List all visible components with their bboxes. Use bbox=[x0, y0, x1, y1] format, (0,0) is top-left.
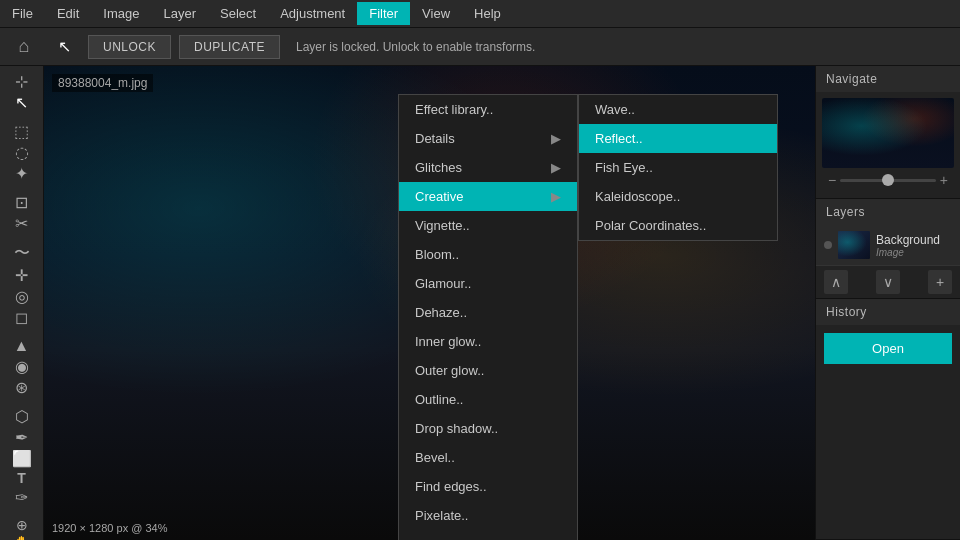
menu-layer[interactable]: Layer bbox=[152, 2, 209, 25]
menu-help[interactable]: Help bbox=[462, 2, 513, 25]
lasso-tool[interactable]: ◌ bbox=[6, 143, 38, 162]
layer-type: Image bbox=[876, 247, 952, 258]
layer-add-button[interactable]: + bbox=[928, 270, 952, 294]
layer-thumbnail bbox=[838, 231, 870, 259]
filter-details[interactable]: Details▶ bbox=[399, 124, 577, 153]
filter-vignette[interactable]: Vignette.. bbox=[399, 211, 577, 240]
marquee-tool[interactable]: ⬚ bbox=[6, 122, 38, 141]
filter-drop-shadow[interactable]: Drop shadow.. bbox=[399, 414, 577, 443]
menu-view[interactable]: View bbox=[410, 2, 462, 25]
filter-find-edges[interactable]: Find edges.. bbox=[399, 472, 577, 501]
filter-inner-glow[interactable]: Inner glow.. bbox=[399, 327, 577, 356]
filter-bevel[interactable]: Bevel.. bbox=[399, 443, 577, 472]
healing-tool[interactable]: ✛ bbox=[6, 266, 38, 285]
filter-effect-library[interactable]: Effect library.. bbox=[399, 95, 577, 124]
filter-pixelate[interactable]: Pixelate.. bbox=[399, 501, 577, 530]
layer-move-down-button[interactable]: ∨ bbox=[876, 270, 900, 294]
layer-name: Background bbox=[876, 233, 952, 247]
zoom-minus-icon[interactable]: − bbox=[828, 172, 836, 188]
layers-section: Layers Background Image ∧ ∨ + bbox=[816, 199, 960, 299]
canvas-filename: 89388004_m.jpg bbox=[52, 74, 153, 92]
zoom-thumb bbox=[882, 174, 894, 186]
menu-adjustment[interactable]: Adjustment bbox=[268, 2, 357, 25]
toolbar-info: Layer is locked. Unlock to enable transf… bbox=[296, 40, 535, 54]
text-tool[interactable]: T bbox=[6, 470, 38, 486]
wand-tool[interactable]: ✦ bbox=[6, 164, 38, 183]
navigate-section: Navigate − + bbox=[816, 66, 960, 199]
shape-tool[interactable]: ⬜ bbox=[6, 449, 38, 468]
right-panel: Navigate − + Layers bbox=[815, 66, 960, 540]
menu-file[interactable]: File bbox=[0, 2, 45, 25]
menu-image[interactable]: Image bbox=[91, 2, 151, 25]
toolbar: ⌂ ↖ UNLOCK DUPLICATE Layer is locked. Un… bbox=[0, 28, 960, 66]
move-tool[interactable]: ↖ bbox=[6, 93, 38, 112]
history-title: History bbox=[816, 299, 960, 325]
creative-polar-coordinates[interactable]: Polar Coordinates.. bbox=[579, 211, 777, 240]
pen-tool[interactable]: ✒ bbox=[6, 428, 38, 447]
canvas-info: 1920 × 1280 px @ 34% bbox=[52, 522, 167, 534]
filter-mosaic[interactable]: Mosaic.. bbox=[399, 530, 577, 540]
menu-edit[interactable]: Edit bbox=[45, 2, 91, 25]
filter-outer-glow[interactable]: Outer glow.. bbox=[399, 356, 577, 385]
filter-glamour[interactable]: Glamour.. bbox=[399, 269, 577, 298]
filter-menu: Effect library.. Details▶ Glitches▶ Crea… bbox=[398, 94, 578, 540]
crop-tool[interactable]: ⊡ bbox=[6, 193, 38, 212]
nav-thumbnail[interactable] bbox=[822, 98, 954, 168]
layer-info: Background Image bbox=[876, 233, 952, 258]
navigate-title: Navigate bbox=[816, 66, 960, 92]
layer-controls: ∧ ∨ + bbox=[816, 266, 960, 298]
paint-bucket-tool[interactable]: ▲ bbox=[6, 337, 38, 355]
creative-fish-eye[interactable]: Fish Eye.. bbox=[579, 153, 777, 182]
creative-kaleidoscope[interactable]: Kaleidoscope.. bbox=[579, 182, 777, 211]
history-open-button[interactable]: Open bbox=[824, 333, 952, 364]
eyedropper-tool[interactable]: ✑ bbox=[6, 488, 38, 507]
filter-bloom[interactable]: Bloom.. bbox=[399, 240, 577, 269]
cursor-icon[interactable]: ↖ bbox=[48, 31, 80, 63]
dodge-tool[interactable]: ⬡ bbox=[6, 407, 38, 426]
gradient-tool[interactable]: ◉ bbox=[6, 357, 38, 376]
filter-dehaze[interactable]: Dehaze.. bbox=[399, 298, 577, 327]
creative-wave[interactable]: Wave.. bbox=[579, 95, 777, 124]
menu-filter[interactable]: Filter bbox=[357, 2, 410, 25]
duplicate-button[interactable]: DUPLICATE bbox=[179, 35, 280, 59]
home-icon[interactable]: ⌂ bbox=[8, 31, 40, 63]
tools-panel: ⊹ ↖ ⬚ ◌ ✦ ⊡ ✂ 〜 ✛ ◎ ◻ ▲ ◉ ⊛ ⬡ ✒ ⬜ T ✑ ⊕ … bbox=[0, 66, 44, 540]
filter-creative[interactable]: Creative▶ bbox=[399, 182, 577, 211]
eraser-tool[interactable]: ◻ bbox=[6, 308, 38, 327]
zoom-tool[interactable]: ⊕ bbox=[6, 517, 38, 533]
zoom-slider[interactable] bbox=[840, 179, 936, 182]
menu-select[interactable]: Select bbox=[208, 2, 268, 25]
layer-item[interactable]: Background Image bbox=[816, 225, 960, 266]
layer-visibility-dot[interactable] bbox=[824, 241, 832, 249]
slice-tool[interactable]: ✂ bbox=[6, 214, 38, 233]
filter-outline[interactable]: Outline.. bbox=[399, 385, 577, 414]
zoom-plus-icon[interactable]: + bbox=[940, 172, 948, 188]
hand-tool[interactable]: ✋ bbox=[6, 535, 38, 540]
creative-submenu: Wave.. Reflect.. Fish Eye.. Kaleidoscope… bbox=[578, 94, 778, 241]
clone-tool[interactable]: ◎ bbox=[6, 287, 38, 306]
layer-move-up-button[interactable]: ∧ bbox=[824, 270, 848, 294]
canvas-area: 89388004_m.jpg 1920 × 1280 px @ 34% Effe… bbox=[44, 66, 815, 540]
layers-title: Layers bbox=[816, 199, 960, 225]
filter-glitches[interactable]: Glitches▶ bbox=[399, 153, 577, 182]
brush-tool[interactable]: 〜 bbox=[6, 243, 38, 264]
main-content: ⊹ ↖ ⬚ ◌ ✦ ⊡ ✂ 〜 ✛ ◎ ◻ ▲ ◉ ⊛ ⬡ ✒ ⬜ T ✑ ⊕ … bbox=[0, 66, 960, 540]
select-tool[interactable]: ⊹ bbox=[6, 72, 38, 91]
nav-zoom-bar: − + bbox=[822, 168, 954, 192]
navigate-content: − + bbox=[816, 92, 960, 198]
blur-tool[interactable]: ⊛ bbox=[6, 378, 38, 397]
creative-reflect[interactable]: Reflect.. bbox=[579, 124, 777, 153]
history-section: History Open bbox=[816, 299, 960, 540]
menu-bar: File Edit Image Layer Select Adjustment … bbox=[0, 0, 960, 28]
unlock-button[interactable]: UNLOCK bbox=[88, 35, 171, 59]
